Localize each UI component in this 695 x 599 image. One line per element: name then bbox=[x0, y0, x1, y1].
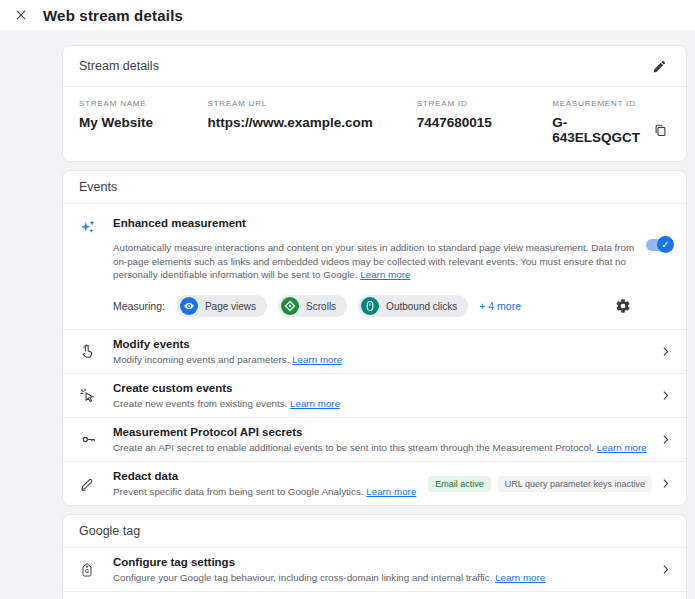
measurement-id-field: MEASUREMENT ID G-643ELSQGCT bbox=[552, 99, 670, 145]
enhanced-learn-more-link[interactable]: Learn more bbox=[360, 269, 410, 280]
chevron-right-icon[interactable] bbox=[654, 559, 676, 581]
row-description-text: Modify incoming events and parameters. bbox=[113, 354, 289, 365]
row-measurement-protocol-api-secrets[interactable]: Measurement Protocol API secrets Create … bbox=[63, 418, 686, 462]
row-configure-tag-settings[interactable]: G Configure tag settings Configure your … bbox=[63, 548, 686, 592]
row-description: Create new events from existing events. … bbox=[113, 398, 654, 409]
toggle-check-icon: ✓ bbox=[657, 236, 674, 253]
chip-scrolls-label: Scrolls bbox=[306, 301, 336, 312]
row-description: Prevent specific data from being sent to… bbox=[113, 486, 428, 497]
mouse-icon bbox=[361, 297, 379, 315]
magic-cursor-icon bbox=[79, 387, 113, 404]
learn-more-link[interactable]: Learn more bbox=[597, 442, 647, 453]
chip-page-views-label: Page views bbox=[205, 301, 256, 312]
enhanced-measurement-description: Automatically measure interactions and c… bbox=[113, 241, 638, 282]
close-icon[interactable] bbox=[11, 5, 31, 25]
row-description: Create an API secret to enable additiona… bbox=[113, 442, 654, 453]
more-chips-link[interactable]: + 4 more bbox=[479, 300, 521, 312]
google-tag-card: Google tag G Configure tag settings Conf… bbox=[62, 514, 687, 599]
row-title: Configure tag settings bbox=[113, 556, 654, 568]
row-manage-connected-site-tags[interactable]: Manage connected site tags Load tags for… bbox=[63, 592, 686, 599]
stream-id-field: STREAM ID 7447680015 bbox=[417, 99, 552, 145]
measurement-id-value: G-643ELSQGCT bbox=[552, 115, 642, 145]
stream-name-field: STREAM NAME My Website bbox=[79, 99, 208, 145]
row-create-custom-events[interactable]: Create custom events Create new events f… bbox=[63, 374, 686, 418]
events-section-title: Events bbox=[79, 180, 117, 194]
stream-url-value: https://www.example.com bbox=[208, 115, 417, 130]
enhanced-measurement-title: Enhanced measurement bbox=[113, 217, 638, 229]
gear-icon[interactable] bbox=[612, 295, 634, 317]
stream-id-value: 7447680015 bbox=[417, 115, 552, 130]
row-title: Redact data bbox=[113, 470, 428, 482]
stream-url-field: STREAM URL https://www.example.com bbox=[208, 99, 417, 145]
row-description: Modify incoming events and parameters. L… bbox=[113, 354, 654, 365]
top-bar: Web stream details bbox=[0, 0, 695, 30]
learn-more-link[interactable]: Learn more bbox=[495, 572, 545, 583]
content-area: Stream details STREAM NAME My Website ST… bbox=[0, 30, 695, 599]
chevron-right-icon[interactable] bbox=[654, 429, 676, 451]
measuring-label: Measuring: bbox=[113, 300, 165, 312]
page-title: Web stream details bbox=[43, 7, 183, 24]
enhanced-measurement-toggle[interactable]: ✓ bbox=[646, 239, 672, 251]
eye-icon bbox=[180, 297, 198, 315]
stream-name-value: My Website bbox=[79, 115, 208, 130]
google-tag-icon: G bbox=[79, 561, 113, 579]
key-icon bbox=[79, 432, 113, 447]
row-title: Measurement Protocol API secrets bbox=[113, 426, 654, 438]
events-card: Events Enhanced measurement Automaticall… bbox=[62, 170, 687, 506]
row-modify-events[interactable]: Modify events Modify incoming events and… bbox=[63, 330, 686, 374]
email-active-badge: Email active bbox=[428, 476, 491, 492]
svg-text:G: G bbox=[85, 568, 89, 574]
touch-icon bbox=[79, 343, 113, 360]
chip-page-views[interactable]: Page views bbox=[177, 295, 267, 317]
stream-details-card: Stream details STREAM NAME My Website ST… bbox=[62, 45, 687, 162]
url-query-inactive-badge: URL query parameter keys inactive bbox=[498, 476, 652, 492]
stream-url-label: STREAM URL bbox=[208, 99, 417, 108]
chip-scrolls[interactable]: Scrolls bbox=[278, 295, 347, 317]
google-tag-section-title: Google tag bbox=[79, 524, 140, 538]
row-description: Configure your Google tag behaviour, inc… bbox=[113, 572, 654, 583]
enhanced-measurement-row: Enhanced measurement Automatically measu… bbox=[63, 204, 686, 330]
learn-more-link[interactable]: Learn more bbox=[290, 398, 340, 409]
chip-outbound-clicks-label: Outbound clicks bbox=[386, 301, 457, 312]
chevron-right-icon[interactable] bbox=[654, 341, 676, 363]
scroll-icon bbox=[281, 297, 299, 315]
row-description-text: Prevent specific data from being sent to… bbox=[113, 486, 364, 497]
stream-id-label: STREAM ID bbox=[417, 99, 552, 108]
redact-pen-icon bbox=[79, 475, 113, 492]
learn-more-link[interactable]: Learn more bbox=[292, 354, 342, 365]
row-description-text: Create new events from existing events. bbox=[113, 398, 287, 409]
chevron-right-icon[interactable] bbox=[654, 473, 676, 495]
learn-more-link[interactable]: Learn more bbox=[366, 486, 416, 497]
sparkles-icon bbox=[79, 223, 98, 240]
measurement-id-label: MEASUREMENT ID bbox=[552, 99, 670, 108]
copy-icon[interactable] bbox=[651, 119, 670, 141]
row-title: Create custom events bbox=[113, 382, 654, 394]
measuring-row: Measuring: Page views Scrolls bbox=[113, 295, 638, 317]
row-description-text: Configure your Google tag behaviour, inc… bbox=[113, 572, 492, 583]
chip-outbound-clicks[interactable]: Outbound clicks bbox=[358, 295, 468, 317]
row-redact-data[interactable]: Redact data Prevent specific data from b… bbox=[63, 462, 686, 505]
chevron-right-icon[interactable] bbox=[654, 385, 676, 407]
edit-pencil-icon[interactable] bbox=[648, 55, 670, 77]
row-title: Modify events bbox=[113, 338, 654, 350]
row-description-text: Create an API secret to enable additiona… bbox=[113, 442, 594, 453]
stream-details-title: Stream details bbox=[79, 59, 159, 73]
stream-name-label: STREAM NAME bbox=[79, 99, 208, 108]
